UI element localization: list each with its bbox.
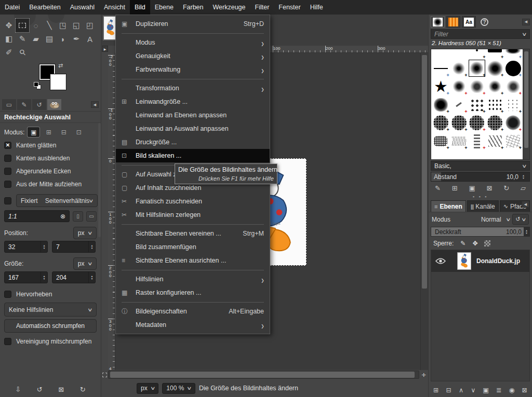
eraser-tool-icon[interactable]: ▰: [29, 32, 43, 46]
collapse-left-dock-icon[interactable]: ◀: [91, 101, 99, 108]
default-colors-icon[interactable]: [34, 82, 38, 87]
menu-ansicht[interactable]: Ansicht: [99, 0, 130, 15]
layer-visibility-eye-icon[interactable]: [435, 258, 446, 264]
fuzzy-select-tool-icon[interactable]: ╲: [43, 19, 56, 32]
brush-item[interactable]: [468, 77, 486, 95]
raise-layer-icon[interactable]: ∧: [459, 386, 463, 394]
tab-patterns[interactable]: [446, 16, 460, 28]
highlight-option[interactable]: Hervorheben: [4, 288, 97, 300]
size-unit-dropdown[interactable]: px ∨: [73, 257, 97, 270]
brush-item[interactable]: [504, 95, 522, 114]
rounded-corners-checkbox[interactable]: [4, 168, 11, 175]
tool-options-scrollbar[interactable]: [98, 123, 101, 237]
brush-item[interactable]: [486, 114, 504, 132]
refresh-brushes-icon[interactable]: ↻: [503, 184, 509, 192]
merge-down-icon[interactable]: ≣: [496, 386, 501, 394]
brush-item[interactable]: [504, 132, 522, 150]
background-color-swatch[interactable]: [50, 74, 66, 90]
brush-grid-scrollbar-thumb[interactable]: [524, 51, 528, 148]
menu-item-bild-skalieren[interactable]: ⊡ Bild skalieren ...: [116, 149, 270, 162]
lock-alpha-icon[interactable]: [484, 240, 490, 247]
brush-item[interactable]: [432, 132, 450, 150]
menu-item-modus[interactable]: Modus ›: [116, 36, 270, 49]
rounded-corners-option[interactable]: Abgerundete Ecken: [4, 165, 97, 177]
position-y-field[interactable]: 7 ▲▼: [52, 241, 96, 253]
mode-replace-icon[interactable]: ▣: [28, 127, 39, 137]
menu-item-bildeigenschaften[interactable]: ⓘ Bildeigenschaften Alt+Eingabe: [116, 305, 270, 318]
quick-mask-toggle[interactable]: [101, 373, 108, 377]
brush-item[interactable]: [450, 132, 468, 150]
swap-colors-icon[interactable]: ⇄: [58, 62, 63, 69]
smudge-tool-icon[interactable]: ◗: [56, 32, 70, 46]
menu-fenster[interactable]: Fenster: [274, 0, 305, 15]
menu-ebene[interactable]: Ebene: [150, 0, 178, 15]
brush-grid[interactable]: ★: [431, 49, 523, 159]
open-brush-icon[interactable]: ▱: [521, 184, 526, 192]
mode-subtract-icon[interactable]: ⊟: [58, 127, 70, 137]
layer-name[interactable]: DonaldDuck.jp: [476, 257, 520, 265]
mode-intersect-icon[interactable]: ⊡: [73, 127, 85, 137]
zoom-tool-icon[interactable]: ⚲: [16, 46, 29, 59]
brush-item[interactable]: [486, 77, 504, 95]
new-layer-icon[interactable]: ⊞: [433, 386, 438, 394]
guides-dropdown[interactable]: Keine Hilfslinien ∨: [4, 303, 97, 317]
menu-item-raster-konfigurieren[interactable]: ▦ Raster konfigurieren ...: [116, 286, 270, 299]
size-width-field[interactable]: 167 ▲▼: [4, 271, 48, 283]
auto-shrink-button[interactable]: Automatisch schrumpfen: [4, 319, 97, 333]
tab-help[interactable]: ?: [477, 16, 491, 28]
brush-item[interactable]: [504, 114, 522, 132]
handle-transform-tool-icon[interactable]: ◰: [83, 19, 97, 32]
opacity-spinner[interactable]: ▲▼: [524, 227, 529, 236]
brush-spacing-spinner[interactable]: ▲▼: [520, 173, 527, 181]
menu-item-leinwand-ebenen[interactable]: Leinwand an Ebenen anpassen: [116, 108, 270, 122]
paths-tool-icon[interactable]: ✒: [70, 32, 83, 46]
menu-item-sichtbare-ebenen-ausrichten[interactable]: ≡ Sichtbare Ebenen ausrichten ...: [116, 254, 270, 267]
unified-transform-tool-icon[interactable]: ◱: [70, 19, 83, 32]
layer-mode-dropdown[interactable]: Normal ∨: [481, 216, 510, 223]
brush-item[interactable]: [468, 49, 486, 59]
tab-undo-history[interactable]: ↺: [32, 99, 46, 110]
menu-auswahl[interactable]: Auswahl: [65, 0, 99, 15]
image-menu-button[interactable]: ▶: [102, 46, 108, 52]
menu-item-hilfslinien[interactable]: Hilfslinien ›: [116, 272, 270, 286]
brush-spacing-slider[interactable]: Abstand 10,0 ▲▼: [431, 172, 530, 182]
zoom-dropdown[interactable]: 100 % ∨: [162, 383, 195, 394]
brush-item[interactable]: [486, 49, 504, 59]
menu-bild[interactable]: Bild: [130, 0, 150, 15]
brush-item[interactable]: [468, 95, 486, 114]
menu-item-bild-zusammenfuegen[interactable]: Bild zusammenfügen: [116, 240, 270, 254]
duplicate-brush-icon[interactable]: ▣: [469, 184, 475, 192]
tab-wilber[interactable]: [47, 99, 61, 110]
horizontal-scrollbar-thumb[interactable]: [110, 372, 415, 378]
horizontal-scrollbar[interactable]: [108, 371, 419, 379]
size-width-spinner[interactable]: ▲▼: [41, 272, 47, 283]
bucket-fill-tool-icon[interactable]: ◧: [2, 32, 16, 46]
menu-item-sichtbare-ebenen-vereinen[interactable]: Sichtbare Ebenen vereinen ... Strg+M: [116, 227, 270, 240]
highlight-checkbox[interactable]: [4, 291, 11, 298]
menu-item-leinwandgroesse[interactable]: ⊞ Leinwandgröße ...: [116, 95, 270, 108]
add-mask-icon[interactable]: ◉: [509, 386, 515, 394]
menu-item-leinwand-auswahl[interactable]: Leinwand an Auswahl anpassen: [116, 122, 270, 135]
feather-checkbox[interactable]: [4, 155, 11, 162]
color-picker-tool-icon[interactable]: ✐: [2, 46, 16, 59]
feather-option[interactable]: Kanten ausblenden: [4, 152, 97, 165]
brush-item[interactable]: [468, 114, 486, 132]
paintbrush-tool-icon[interactable]: ✎: [16, 32, 29, 46]
layer-thumbnail[interactable]: [457, 252, 471, 270]
lock-pixels-icon[interactable]: ✎: [460, 240, 466, 247]
unit-dropdown[interactable]: px ∨: [137, 383, 158, 394]
brush-item[interactable]: [486, 132, 504, 150]
brush-item[interactable]: ★: [432, 77, 450, 95]
menu-item-genauigkeit[interactable]: Genauigkeit ›: [116, 49, 270, 63]
brush-item[interactable]: [504, 59, 522, 77]
brush-item[interactable]: [450, 95, 468, 114]
tab-layers[interactable]: ≡ Ebenen: [431, 200, 466, 212]
delete-brush-icon[interactable]: ⊠: [487, 184, 493, 192]
layer-mode-switch-button[interactable]: ↺ ∨: [512, 214, 529, 225]
menu-item-transformation[interactable]: Transformation ›: [116, 81, 270, 95]
menu-item-farbverwaltung[interactable]: Farbverwaltung ›: [116, 63, 270, 76]
brush-item[interactable]: [432, 114, 450, 132]
menu-farben[interactable]: Farben: [178, 0, 208, 15]
tab-channels[interactable]: ||| Kanäle: [467, 200, 499, 212]
portrait-icon[interactable]: ▯: [73, 211, 83, 222]
